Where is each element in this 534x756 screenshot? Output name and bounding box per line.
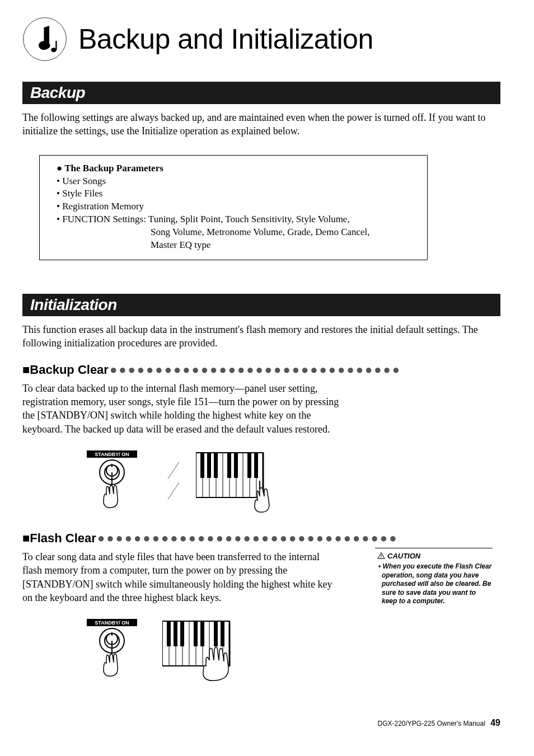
dots-leader: ●●●●●●●●●●●●●●●●●●●●●●●●●●●●●●●● xyxy=(110,363,401,377)
initialization-intro: This function erases all backup data in … xyxy=(22,323,500,350)
footer-manual: DGX-220/YPG-225 Owner's Manual xyxy=(377,720,485,727)
flash-clear-heading: Flash Clear ●●●●●●●●●●●●●●●●●●●●●●●●●●●●… xyxy=(22,531,500,546)
footer: DGX-220/YPG-225 Owner's Manual 49 xyxy=(377,718,500,728)
warning-triangle-icon xyxy=(377,552,385,559)
svg-rect-26 xyxy=(247,453,251,478)
caution-label: CAUTION xyxy=(387,552,420,560)
backup-parameters-box: The Backup Parameters User Songs Style F… xyxy=(39,155,428,261)
document-page: Backup and Initialization Backup The fol… xyxy=(0,0,534,756)
svg-rect-24 xyxy=(227,453,231,478)
caution-title: CAUTION xyxy=(377,552,493,560)
svg-point-1 xyxy=(39,41,50,49)
flash-clear-title: Flash Clear xyxy=(22,531,96,546)
svg-rect-21 xyxy=(200,453,204,478)
initialization-heading: Initialization xyxy=(22,294,500,316)
title-row: Backup and Initialization xyxy=(22,17,500,62)
flash-clear-row: To clear song data and style files that … xyxy=(22,546,500,688)
svg-text:STANDBY/    ON: STANDBY/ ON xyxy=(95,620,129,626)
backup-box-item: FUNCTION Settings: Tuning, Split Point, … xyxy=(57,213,416,226)
svg-rect-46 xyxy=(180,621,184,646)
flash-clear-body: To clear song data and style files that … xyxy=(22,550,341,604)
svg-line-8 xyxy=(168,462,179,479)
caution-text: When you execute the Flash Clear operati… xyxy=(377,562,493,606)
svg-point-52 xyxy=(381,557,381,558)
backup-box-title: The Backup Parameters xyxy=(57,162,416,175)
svg-rect-44 xyxy=(167,621,171,646)
page-title: Backup and Initialization xyxy=(78,23,373,55)
backup-box-item-line: Master EQ type xyxy=(57,239,416,252)
backup-box-item-line: Song Volume, Metronome Volume, Grade, De… xyxy=(57,226,416,239)
backup-box-item: Registration Memory xyxy=(57,200,416,213)
svg-rect-47 xyxy=(194,621,198,646)
svg-rect-23 xyxy=(214,453,218,478)
svg-line-9 xyxy=(168,482,179,499)
backup-box-item: User Songs xyxy=(57,175,416,188)
svg-rect-50 xyxy=(221,621,224,646)
standby-button-diagram: STANDBY/ ON xyxy=(84,447,151,514)
svg-rect-27 xyxy=(254,453,258,478)
backup-clear-diagram: STANDBY/ ON xyxy=(84,447,500,514)
backup-intro: The following settings are always backed… xyxy=(22,111,500,138)
standby-button-diagram: STANDBY/ ON xyxy=(84,616,151,683)
keyboard-right-end-diagram xyxy=(196,447,280,514)
svg-rect-3 xyxy=(55,41,57,50)
backup-clear-body: To clear data backed up to the internal … xyxy=(22,382,341,436)
svg-rect-45 xyxy=(174,621,177,646)
flash-clear-diagram: STANDBY/ ON xyxy=(84,616,358,683)
svg-rect-22 xyxy=(207,453,211,478)
svg-rect-48 xyxy=(200,621,204,646)
slash-divider xyxy=(162,447,185,514)
keyboard-black-keys-diagram xyxy=(162,616,246,683)
backup-box-item: Style Files xyxy=(57,187,416,200)
svg-rect-25 xyxy=(234,453,238,478)
backup-heading: Backup xyxy=(22,82,500,104)
dots-leader: ●●●●●●●●●●●●●●●●●●●●●●●●●●●●●●●●● xyxy=(97,531,399,546)
caution-box: CAUTION When you execute the Flash Clear… xyxy=(375,548,493,606)
backup-clear-heading: Backup Clear ●●●●●●●●●●●●●●●●●●●●●●●●●●●… xyxy=(22,363,500,377)
backup-clear-title: Backup Clear xyxy=(22,363,109,377)
svg-rect-49 xyxy=(214,621,218,646)
music-note-icon xyxy=(22,17,67,62)
footer-page-number: 49 xyxy=(490,718,500,727)
svg-text:STANDBY/    ON: STANDBY/ ON xyxy=(95,452,129,457)
